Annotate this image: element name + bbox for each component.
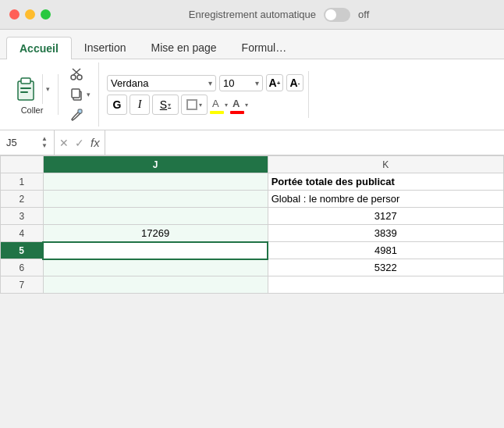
table-row: 7 <box>1 276 504 294</box>
auto-save-toggle[interactable] <box>324 8 350 22</box>
row-header-6[interactable]: 6 <box>1 259 44 276</box>
close-button[interactable] <box>9 9 20 20</box>
increase-font-button[interactable]: A+ <box>266 74 283 91</box>
font-size-dropdown-arrow[interactable]: ▾ <box>255 79 259 87</box>
title-bar: Enregistrement automatique off <box>0 0 504 30</box>
paste-dropdown-arrow[interactable]: ▾ <box>42 74 53 104</box>
cell-J2[interactable] <box>43 191 268 208</box>
font-color-bar <box>230 111 244 114</box>
svg-rect-3 <box>20 91 28 93</box>
row-header-5[interactable]: 5 <box>1 242 44 259</box>
highlight-group: A ▾ <box>210 96 228 114</box>
cut-copy-group: ▾ <box>62 62 99 127</box>
formula-buttons: ✕ ✓ fx <box>55 130 105 155</box>
sheet-table: J K 1Portée totale des publicat2Global :… <box>0 155 504 294</box>
toolbar: ▾ Coller ▾ <box>0 59 504 130</box>
paste-button[interactable] <box>11 74 41 104</box>
tab-insertion[interactable]: Insertion <box>72 37 139 59</box>
table-row: 4172693839 <box>1 225 504 242</box>
highlight-color-bar <box>210 111 224 114</box>
cell-J1[interactable] <box>43 173 268 191</box>
row-header-7[interactable]: 7 <box>1 276 44 294</box>
highlight-arrow[interactable]: ▾ <box>225 102 228 109</box>
italic-button[interactable]: I <box>130 95 150 115</box>
cell-K2[interactable]: Global : le nombre de persor <box>268 191 503 208</box>
cell-K3[interactable]: 3127 <box>268 208 503 225</box>
tab-formule[interactable]: Formul… <box>229 37 300 59</box>
bold-button[interactable]: G <box>107 95 127 115</box>
svg-rect-2 <box>20 87 31 89</box>
copy-dropdown[interactable]: ▾ <box>87 91 91 98</box>
svg-text:A: A <box>212 98 219 109</box>
cell-K1[interactable]: Portée totale des publicat <box>268 173 503 191</box>
svg-rect-1 <box>21 78 30 84</box>
corner-header <box>1 156 44 173</box>
tab-mise-en-page[interactable]: Mise en page <box>139 37 229 59</box>
row-header-4[interactable]: 4 <box>1 225 44 242</box>
highlight-icon: A <box>210 96 224 110</box>
col-header-K[interactable]: K <box>268 156 503 173</box>
auto-save-label: Enregistrement automatique <box>189 9 316 20</box>
col-header-J[interactable]: J <box>43 156 268 173</box>
tab-accueil[interactable]: Accueil <box>6 37 72 59</box>
svg-point-5 <box>77 75 82 80</box>
cut-button[interactable] <box>66 66 94 83</box>
cell-J3[interactable] <box>43 208 268 225</box>
cell-K6[interactable]: 5322 <box>268 259 503 276</box>
border-icon <box>186 99 197 110</box>
font-color-arrow[interactable]: ▾ <box>245 102 248 109</box>
row-header-1[interactable]: 1 <box>1 173 44 191</box>
toggle-state-label: off <box>358 9 369 20</box>
table-row: 54981 <box>1 242 504 259</box>
cell-reference-box[interactable]: J5 ▲ ▼ <box>0 130 55 155</box>
copy-button[interactable]: ▾ <box>66 86 94 103</box>
minimize-button[interactable] <box>25 9 35 20</box>
table-row: 1Portée totale des publicat <box>1 173 504 191</box>
cancel-formula-button[interactable]: ✕ <box>59 137 69 149</box>
paste-group: ▾ Coller <box>6 74 59 115</box>
cell-ref-arrows: ▲ ▼ <box>41 136 48 149</box>
table-row: 2Global : le nombre de persor <box>1 191 504 208</box>
highlight-button[interactable]: A <box>210 96 224 114</box>
cell-K5[interactable]: 4981 <box>268 242 503 259</box>
cell-J7[interactable] <box>43 276 268 294</box>
paste-label: Coller <box>21 105 44 115</box>
font-size-display: 10 <box>223 77 255 89</box>
table-row: 33127 <box>1 208 504 225</box>
cell-J5[interactable] <box>43 242 268 259</box>
formula-input[interactable] <box>105 130 504 155</box>
font-color-button[interactable]: A <box>230 96 244 114</box>
font-color-group: A ▾ <box>230 96 248 114</box>
border-button[interactable]: ▾ <box>181 95 208 115</box>
font-group: Verdana ▾ 10 ▾ A+ A- G I S ▾ ▾ <box>102 71 309 118</box>
cell-K7[interactable] <box>268 276 503 294</box>
table-row: 65322 <box>1 259 504 276</box>
decrease-font-button[interactable]: A- <box>286 74 303 91</box>
title-bar-text: Enregistrement automatique off <box>63 8 495 22</box>
svg-text:A: A <box>232 98 240 109</box>
formula-bar: J5 ▲ ▼ ✕ ✓ fx <box>0 130 504 155</box>
underline-button[interactable]: S ▾ <box>152 95 179 115</box>
svg-rect-9 <box>72 89 80 98</box>
cell-J6[interactable] <box>43 259 268 276</box>
ribbon-tabs: Accueil Insertion Mise en page Formul… <box>0 30 504 59</box>
cell-K4[interactable]: 3839 <box>268 225 503 242</box>
confirm-formula-button[interactable]: ✓ <box>75 137 84 149</box>
maximize-button[interactable] <box>41 9 51 20</box>
font-dropdown-arrow[interactable]: ▾ <box>208 79 212 87</box>
spreadsheet: J K 1Portée totale des publicat2Global :… <box>0 155 504 294</box>
format-painter-button[interactable] <box>66 106 94 123</box>
font-name-display: Verdana <box>111 77 208 89</box>
cell-ref-value: J5 <box>6 137 17 148</box>
fx-label: fx <box>91 136 100 149</box>
svg-rect-10 <box>78 109 82 113</box>
window-buttons <box>9 9 51 20</box>
font-color-icon: A <box>230 96 244 110</box>
svg-point-4 <box>71 75 76 80</box>
row-header-3[interactable]: 3 <box>1 208 44 225</box>
underline-arrow: ▾ <box>168 102 171 109</box>
row-header-2[interactable]: 2 <box>1 191 44 208</box>
cell-J4[interactable]: 17269 <box>43 225 268 242</box>
border-arrow: ▾ <box>199 102 202 109</box>
